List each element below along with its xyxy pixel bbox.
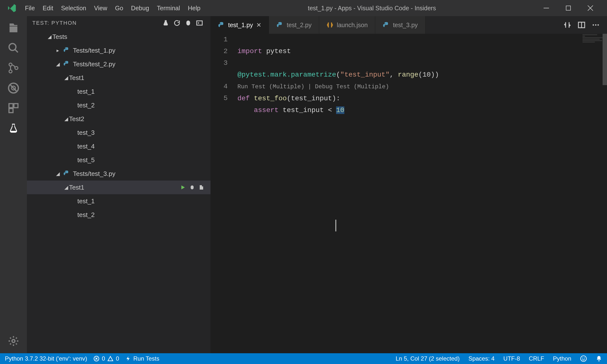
tree-item-label: test_1 — [77, 88, 208, 95]
window-minimize-button[interactable] — [540, 3, 553, 13]
extensions-icon[interactable] — [6, 101, 21, 116]
tab-label: test_2.py — [287, 22, 311, 29]
chevron-down-icon[interactable]: ◢ — [55, 171, 61, 177]
menu-file[interactable]: File — [21, 5, 39, 12]
svg-point-3 — [9, 70, 12, 73]
status-eol[interactable]: CRLF — [529, 355, 544, 362]
scrollbar-thumb[interactable] — [603, 34, 607, 85]
status-run-tests[interactable]: Run Tests — [126, 355, 159, 362]
status-python-interpreter[interactable]: Python 3.7.2 32-bit ('env': venv) — [5, 355, 87, 362]
tree-item-label: Tests/test_3.py — [73, 170, 208, 178]
svg-rect-11 — [197, 21, 202, 25]
source-control-icon[interactable] — [6, 61, 21, 75]
editor-tab[interactable]: test_1.py✕ — [211, 16, 269, 34]
menu-debug[interactable]: Debug — [127, 5, 153, 12]
tree-item-label: Test1 — [69, 74, 208, 82]
chevron-right-icon[interactable]: ▸ — [55, 47, 61, 53]
status-cursor-position[interactable]: Ln 5, Col 27 (2 selected) — [396, 355, 459, 362]
menu-edit[interactable]: Edit — [39, 5, 57, 12]
tree-item-label: test_2 — [77, 211, 208, 219]
chevron-down-icon[interactable]: ◢ — [63, 75, 69, 81]
editor-group: test_1.py✕test_2.pylaunch.jsontest_3.py … — [211, 16, 607, 353]
compare-changes-icon[interactable] — [562, 20, 572, 30]
show-output-icon[interactable] — [194, 18, 205, 28]
code-editor[interactable]: 12345 import pytest @pytest.mark.paramet… — [211, 34, 607, 353]
json-file-icon — [327, 22, 333, 28]
menu-selection[interactable]: Selection — [57, 5, 90, 12]
tree-row[interactable]: ▸Tests/test_1.py — [27, 44, 211, 57]
status-notifications-icon[interactable] — [596, 355, 602, 362]
tree-row[interactable]: ◢Test2 — [27, 112, 211, 126]
debug-test-icon[interactable] — [188, 184, 196, 191]
python-file-icon — [63, 60, 70, 68]
tree-item-label: test_4 — [77, 143, 208, 150]
tree-row[interactable]: ◢Test1 — [27, 71, 211, 85]
svg-point-13 — [593, 24, 594, 26]
python-file-icon — [218, 22, 225, 28]
tree-row[interactable]: ◢Test1 — [27, 181, 211, 194]
status-problems[interactable]: 0 0 — [93, 355, 119, 362]
tree-row[interactable]: test_1 — [27, 85, 211, 98]
editor-tabs: test_1.py✕test_2.pylaunch.jsontest_3.py — [211, 16, 607, 34]
settings-gear-icon[interactable] — [6, 334, 21, 348]
tab-label: test_3.py — [393, 22, 418, 29]
editor-tab[interactable]: test_3.py — [375, 16, 425, 34]
menu-view[interactable]: View — [90, 5, 111, 12]
svg-point-18 — [582, 358, 583, 359]
tree-row[interactable]: ◢Tests/test_2.py — [27, 57, 211, 71]
status-indentation[interactable]: Spaces: 4 — [468, 355, 495, 362]
tree-item-label: Tests/test_2.py — [73, 60, 208, 68]
menu-help[interactable]: Help — [184, 5, 204, 12]
svg-point-17 — [581, 356, 586, 361]
code-content[interactable]: import pytest @pytest.mark.parametrize("… — [238, 34, 607, 353]
window-maximize-button[interactable] — [561, 3, 575, 13]
python-file-icon — [383, 22, 389, 28]
tree-row[interactable]: test_3 — [27, 126, 211, 139]
chevron-down-icon[interactable]: ◢ — [63, 116, 69, 122]
debug-all-icon[interactable] — [183, 18, 194, 28]
tree-row[interactable]: test_1 — [27, 194, 211, 208]
menu-terminal[interactable]: Terminal — [153, 5, 184, 12]
tree-row[interactable]: ◢Tests — [27, 30, 211, 44]
window-close-button[interactable] — [583, 3, 597, 13]
more-actions-icon[interactable] — [591, 20, 601, 30]
editor-tab[interactable]: launch.json — [319, 16, 375, 34]
chevron-down-icon[interactable]: ◢ — [47, 34, 52, 40]
test-tree[interactable]: ◢Tests▸Tests/test_1.py◢Tests/test_2.py◢T… — [27, 30, 211, 353]
explorer-icon[interactable] — [6, 21, 21, 35]
tree-row[interactable]: test_5 — [27, 153, 211, 167]
tab-close-icon[interactable]: ✕ — [256, 22, 261, 29]
refresh-icon[interactable] — [171, 18, 183, 28]
svg-point-19 — [584, 358, 585, 359]
tree-item-label: Test1 — [69, 184, 179, 191]
tree-row[interactable]: test_2 — [27, 208, 211, 222]
chevron-down-icon[interactable]: ◢ — [63, 184, 69, 190]
search-icon[interactable] — [6, 41, 21, 55]
split-editor-icon[interactable] — [577, 20, 586, 30]
menu-go[interactable]: Go — [111, 5, 127, 12]
test-explorer-icon[interactable] — [6, 121, 21, 136]
tree-row[interactable]: test_4 — [27, 139, 211, 153]
open-test-icon[interactable] — [198, 184, 205, 191]
debug-disabled-icon[interactable] — [6, 81, 21, 95]
chevron-down-icon[interactable]: ◢ — [55, 61, 61, 67]
run-test-icon[interactable] — [179, 184, 186, 191]
vscode-insiders-logo-icon — [7, 3, 17, 13]
tree-row[interactable]: test_2 — [27, 98, 211, 112]
codelens-run-debug[interactable]: Run Test (Multiple) | Debug Test (Multip… — [238, 83, 389, 90]
discover-tests-icon[interactable] — [160, 18, 171, 28]
editor-scrollbar[interactable] — [603, 34, 607, 353]
tree-item-label: test_1 — [77, 197, 208, 205]
status-feedback-icon[interactable] — [580, 355, 587, 362]
tree-row[interactable]: ◢Tests/test_3.py — [27, 167, 211, 181]
text-cursor — [335, 220, 336, 231]
svg-point-1 — [9, 44, 16, 50]
sidebar-title: TEST: PYTHON — [32, 20, 160, 26]
svg-rect-9 — [9, 109, 13, 113]
status-language-mode[interactable]: Python — [553, 355, 571, 362]
status-encoding[interactable]: UTF-8 — [503, 355, 520, 362]
tree-item-label: test_2 — [77, 102, 208, 109]
svg-point-15 — [597, 24, 599, 26]
svg-rect-0 — [566, 6, 570, 10]
editor-tab[interactable]: test_2.py — [269, 16, 319, 34]
